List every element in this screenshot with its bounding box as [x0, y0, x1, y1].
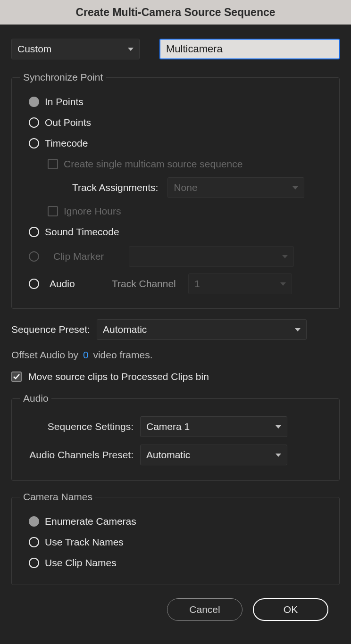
create-single-multicam-label: Create single multicam source sequence — [64, 158, 242, 170]
sync-timecode-label: Timecode — [45, 138, 88, 149]
clip-marker-dropdown — [129, 246, 294, 267]
track-assignments-value: None — [174, 182, 197, 193]
chevron-down-icon — [282, 255, 288, 258]
ok-button-label: OK — [284, 604, 298, 615]
use-clip-names-option[interactable]: Use Clip Names — [20, 553, 331, 573]
audio-group-legend: Audio — [20, 393, 51, 404]
move-source-clips-option[interactable]: Move source clips to Processed Clips bin — [11, 371, 340, 382]
use-track-names-label: Use Track Names — [45, 537, 124, 548]
sequence-preset-value: Automatic — [103, 324, 147, 335]
offset-audio-prefix: Offset Audio by — [11, 349, 78, 360]
sync-audio-option[interactable]: Audio Track Channel 1 — [20, 271, 331, 297]
radio-icon — [29, 117, 39, 128]
chevron-down-icon — [295, 328, 301, 331]
cancel-button-label: Cancel — [189, 604, 220, 615]
radio-icon — [29, 227, 39, 237]
enumerate-cameras-option[interactable]: Enumerate Cameras — [20, 511, 331, 532]
track-channel-label: Track Channel — [112, 278, 178, 289]
track-channel-dropdown: 1 — [188, 273, 292, 294]
enumerate-cameras-label: Enumerate Cameras — [45, 516, 136, 527]
dialog-titlebar: Create Multi-Camera Source Sequence — [0, 0, 351, 25]
sync-timecode-option[interactable]: Timecode — [20, 133, 331, 154]
track-channel-value: 1 — [194, 278, 200, 289]
radio-icon — [29, 537, 39, 547]
audio-channels-preset-dropdown[interactable]: Automatic — [140, 445, 287, 465]
sequence-settings-value: Camera 1 — [146, 421, 190, 432]
create-single-multicam-option: Create single multicam source sequence — [20, 154, 331, 174]
radio-icon — [29, 97, 39, 107]
track-assignments-label: Track Assignments: — [72, 182, 158, 193]
camera-names-legend: Camera Names — [20, 491, 95, 503]
chevron-down-icon — [280, 282, 286, 286]
sync-clip-marker-label: Clip Marker — [53, 251, 115, 262]
synchronize-point-group: Synchronize Point In Points Out Points T… — [11, 72, 340, 309]
sync-sound-timecode-option[interactable]: Sound Timecode — [20, 222, 331, 242]
radio-icon — [29, 251, 39, 262]
audio-channels-preset-value: Automatic — [146, 449, 190, 461]
offset-audio-suffix: video frames. — [93, 349, 152, 360]
chevron-down-icon — [276, 425, 281, 429]
use-clip-names-label: Use Clip Names — [45, 557, 117, 569]
radio-icon — [29, 558, 39, 568]
sync-sound-timecode-label: Sound Timecode — [45, 226, 119, 238]
track-assignments-dropdown: None — [167, 177, 304, 198]
sequence-settings-dropdown[interactable]: Camera 1 — [140, 416, 287, 437]
preset-dropdown[interactable]: Custom — [11, 39, 140, 59]
camera-names-group: Camera Names Enumerate Cameras Use Track… — [11, 491, 340, 585]
ignore-hours-option: Ignore Hours — [20, 201, 331, 222]
chevron-down-icon — [128, 48, 134, 51]
sequence-preset-label: Sequence Preset: — [11, 324, 90, 335]
preset-dropdown-value: Custom — [17, 43, 51, 55]
sync-clip-marker-option: Clip Marker — [20, 242, 331, 271]
checkbox-icon — [11, 372, 22, 382]
sync-audio-label: Audio — [50, 278, 87, 289]
radio-icon — [29, 138, 39, 149]
radio-icon — [29, 279, 39, 289]
audio-group: Audio Sequence Settings: Camera 1 Audio … — [11, 393, 340, 481]
cancel-button[interactable]: Cancel — [167, 598, 242, 621]
dialog-title: Create Multi-Camera Source Sequence — [75, 6, 275, 19]
sync-in-points-label: In Points — [45, 96, 84, 107]
sequence-settings-label: Sequence Settings: — [25, 421, 134, 432]
audio-channels-preset-label: Audio Channels Preset: — [25, 449, 134, 461]
ignore-hours-label: Ignore Hours — [64, 206, 121, 217]
sequence-name-input[interactable] — [159, 39, 340, 59]
dialog-content: Custom Synchronize Point In Points Out P… — [0, 25, 351, 630]
chevron-down-icon — [292, 186, 298, 190]
offset-audio-row: Offset Audio by 0 video frames. — [11, 349, 340, 361]
chevron-down-icon — [276, 454, 281, 457]
sync-in-points-option[interactable]: In Points — [20, 91, 331, 112]
sequence-preset-dropdown[interactable]: Automatic — [97, 319, 307, 340]
use-track-names-option[interactable]: Use Track Names — [20, 532, 331, 553]
checkbox-icon — [48, 206, 58, 216]
synchronize-point-legend: Synchronize Point — [20, 72, 106, 83]
offset-audio-value[interactable]: 0 — [81, 349, 91, 360]
move-source-clips-label: Move source clips to Processed Clips bin — [28, 371, 209, 382]
ok-button[interactable]: OK — [253, 598, 328, 621]
sync-out-points-option[interactable]: Out Points — [20, 112, 331, 133]
radio-icon — [29, 516, 39, 527]
checkbox-icon — [48, 159, 58, 169]
sync-out-points-label: Out Points — [45, 117, 91, 128]
